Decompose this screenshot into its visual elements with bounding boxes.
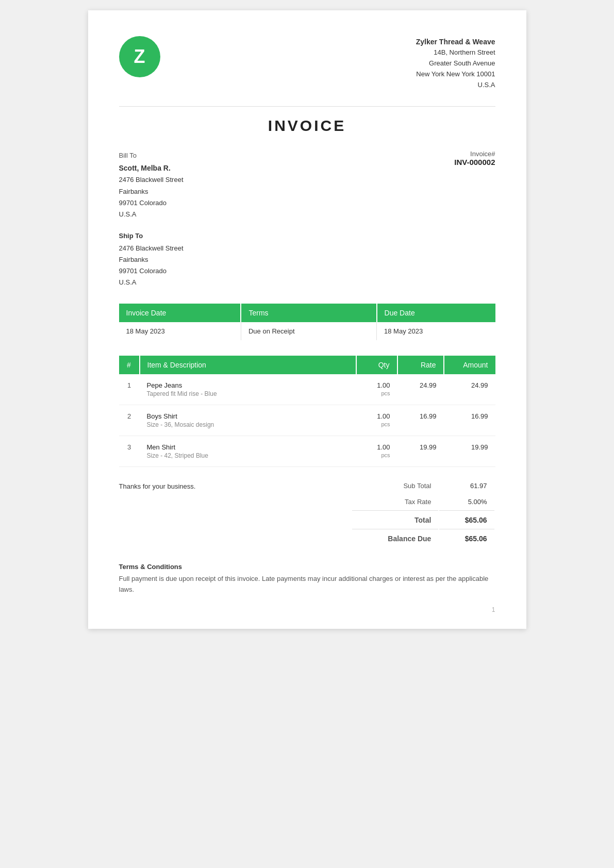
company-address3: New York New York 10001 <box>416 69 495 80</box>
due-date-value: 18 May 2023 <box>377 322 495 340</box>
terms-header: Terms <box>241 304 376 322</box>
item-num: 1 <box>119 374 140 405</box>
item-rate: 24.99 <box>397 374 444 405</box>
total-label: Total <box>352 510 439 528</box>
invoice-date-header: Invoice Date <box>119 304 241 322</box>
item-description: Tapered fit Mid rise - Blue <box>147 390 349 397</box>
terms-title: Terms & Conditions <box>119 563 495 571</box>
bill-to-label: Bill To <box>119 150 455 161</box>
item-desc-cell: Pepe Jeans Tapered fit Mid rise - Blue <box>140 374 356 405</box>
subtotal-value: 61.97 <box>439 478 494 493</box>
item-num: 3 <box>119 436 140 467</box>
item-qty: 1.00pcs <box>356 436 397 467</box>
company-address1: 14B, Northern Street <box>416 47 495 58</box>
item-amount: 19.99 <box>444 436 495 467</box>
invoice-number: INV-000002 <box>454 158 495 166</box>
col-rate-header: Rate <box>397 356 444 374</box>
item-description: Size - 36, Mosaic design <box>147 421 349 428</box>
due-date-header: Due Date <box>377 304 495 322</box>
ship-address2: Fairbanks <box>119 254 455 265</box>
balance-label: Balance Due <box>352 529 439 546</box>
totals-table: Sub Total 61.97 Tax Rate 5.00% Total $65… <box>351 477 495 547</box>
col-qty-header: Qty <box>356 356 397 374</box>
table-row: 3 Men Shirt Size - 42, Striped Blue 1.00… <box>119 436 495 467</box>
invoice-number-label: Invoice# <box>454 150 495 158</box>
billing-section: Bill To Scott, Melba R. 2476 Blackwell S… <box>119 150 495 289</box>
bill-address3: 99701 Colorado <box>119 197 455 209</box>
ship-to-section: Ship To 2476 Blackwell Street Fairbanks … <box>119 230 455 288</box>
bill-address2: Fairbanks <box>119 186 455 197</box>
subtotal-row: Sub Total 61.97 <box>352 478 494 493</box>
bill-address4: U.S.A <box>119 209 455 220</box>
item-qty: 1.00pcs <box>356 374 397 405</box>
item-amount: 24.99 <box>444 374 495 405</box>
bill-to-section: Bill To Scott, Melba R. 2476 Blackwell S… <box>119 150 455 220</box>
company-name: Zylker Thread & Weave <box>416 36 495 47</box>
tax-row: Tax Rate 5.00% <box>352 494 494 509</box>
item-rate: 19.99 <box>397 436 444 467</box>
ship-address3: 99701 Colorado <box>119 265 455 277</box>
balance-row: Balance Due $65.06 <box>352 529 494 546</box>
item-num: 2 <box>119 405 140 436</box>
logo-letter: Z <box>134 46 145 68</box>
item-desc-cell: Boys Shirt Size - 36, Mosaic design <box>140 405 356 436</box>
left-billing: Bill To Scott, Melba R. 2476 Blackwell S… <box>119 150 455 289</box>
header-divider <box>119 106 495 107</box>
table-row: 2 Boys Shirt Size - 36, Mosaic design 1.… <box>119 405 495 436</box>
item-rate: 16.99 <box>397 405 444 436</box>
item-desc-cell: Men Shirt Size - 42, Striped Blue <box>140 436 356 467</box>
item-name: Pepe Jeans <box>147 381 349 389</box>
ship-address1: 2476 Blackwell Street <box>119 243 455 254</box>
tax-label: Tax Rate <box>352 494 439 509</box>
item-name: Men Shirt <box>147 443 349 451</box>
qty-unit: pcs <box>381 452 390 458</box>
col-desc-header: Item & Description <box>140 356 356 374</box>
thanks-message: Thanks for your business. <box>119 477 196 490</box>
tax-value: 5.00% <box>439 494 494 509</box>
subtotal-label: Sub Total <box>352 478 439 493</box>
company-info: Zylker Thread & Weave 14B, Northern Stre… <box>416 36 495 91</box>
terms-body: Full payment is due upon receipt of this… <box>119 574 495 595</box>
company-address2: Greater South Avenue <box>416 58 495 69</box>
footer-section: Thanks for your business. Sub Total 61.9… <box>119 477 495 547</box>
dates-table: Invoice Date Terms Due Date 18 May 2023 … <box>119 304 495 340</box>
col-num-header: # <box>119 356 140 374</box>
ship-to-label: Ship To <box>119 230 455 242</box>
company-address4: U.S.A <box>416 80 495 91</box>
header: Z Zylker Thread & Weave 14B, Northern St… <box>119 36 495 91</box>
invoice-date-value: 18 May 2023 <box>119 322 241 340</box>
items-table: # Item & Description Qty Rate Amount 1 P… <box>119 356 495 467</box>
item-name: Boys Shirt <box>147 412 349 420</box>
table-row: 1 Pepe Jeans Tapered fit Mid rise - Blue… <box>119 374 495 405</box>
item-qty: 1.00pcs <box>356 405 397 436</box>
total-value: $65.06 <box>439 510 494 528</box>
bill-address1: 2476 Blackwell Street <box>119 174 455 186</box>
terms-section: Terms & Conditions Full payment is due u… <box>119 563 495 595</box>
ship-address4: U.S.A <box>119 277 455 288</box>
page-number: 1 <box>492 606 495 613</box>
qty-unit: pcs <box>381 421 390 427</box>
qty-unit: pcs <box>381 390 390 396</box>
invoice-page: Z Zylker Thread & Weave 14B, Northern St… <box>88 10 526 629</box>
terms-value: Due on Receipt <box>241 322 376 340</box>
invoice-title: INVOICE <box>119 117 495 135</box>
invoice-meta: Invoice# INV-000002 <box>454 150 495 289</box>
customer-name: Scott, Melba R. <box>119 162 455 175</box>
total-row: Total $65.06 <box>352 510 494 528</box>
balance-value: $65.06 <box>439 529 494 546</box>
col-amount-header: Amount <box>444 356 495 374</box>
company-logo: Z <box>119 36 160 77</box>
item-amount: 16.99 <box>444 405 495 436</box>
item-description: Size - 42, Striped Blue <box>147 452 349 459</box>
